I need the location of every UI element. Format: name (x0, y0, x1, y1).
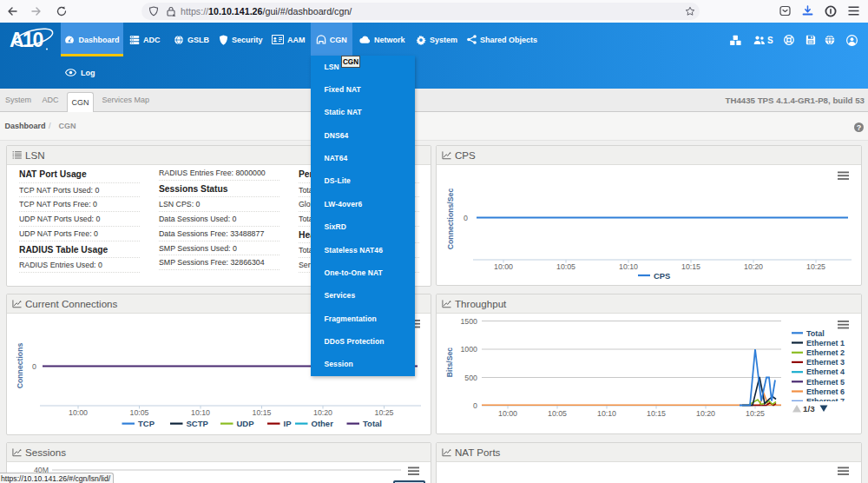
svg-text:10:00: 10:00 (498, 409, 517, 418)
svg-text:Ethernet 5: Ethernet 5 (806, 378, 845, 387)
svg-text:0: 0 (473, 401, 477, 410)
svg-text:10:25: 10:25 (806, 262, 825, 271)
svg-text:Total: Total (363, 419, 382, 428)
svg-text:10:10: 10:10 (597, 409, 616, 418)
svg-text:Connections/Sec: Connections/Sec (446, 189, 455, 250)
svg-text:0: 0 (464, 214, 468, 222)
svg-text:SCTP: SCTP (187, 419, 209, 428)
svg-text:10:05: 10:05 (548, 409, 567, 418)
svg-text:10:20: 10:20 (744, 262, 763, 271)
svg-text:10:15: 10:15 (681, 262, 700, 271)
svg-text:0: 0 (32, 362, 36, 371)
svg-text:10:15: 10:15 (647, 409, 666, 418)
svg-text:10:05: 10:05 (129, 408, 148, 417)
svg-text:500: 500 (464, 374, 477, 382)
svg-text:10:20: 10:20 (696, 409, 715, 418)
svg-text:TCP: TCP (138, 419, 155, 428)
svg-text:Ethernet 2: Ethernet 2 (806, 348, 845, 357)
svg-text:Other: Other (312, 419, 334, 428)
svg-text:Connections: Connections (16, 343, 24, 389)
svg-text:10:20: 10:20 (313, 408, 332, 417)
svg-text:10:25: 10:25 (746, 409, 765, 418)
svg-text:Total: Total (806, 329, 825, 338)
svg-text:1/3: 1/3 (803, 404, 815, 414)
svg-text:Ethernet 3: Ethernet 3 (806, 358, 845, 367)
svg-text:10:15: 10:15 (252, 408, 271, 417)
svg-text:UDP: UDP (237, 419, 255, 428)
svg-text:Ethernet 6: Ethernet 6 (806, 387, 845, 396)
svg-text:CPS: CPS (654, 271, 670, 281)
svg-text:10:00: 10:00 (494, 262, 513, 271)
svg-text:10:05: 10:05 (556, 262, 575, 271)
svg-text:1500: 1500 (460, 317, 477, 326)
svg-text:Bits/Sec: Bits/Sec (445, 347, 454, 377)
svg-text:A10: A10 (10, 29, 43, 51)
svg-text:10:25: 10:25 (374, 408, 393, 417)
svg-text:10:00: 10:00 (69, 408, 88, 417)
svg-text:Ethernet 4: Ethernet 4 (806, 367, 845, 376)
svg-text:Ethernet 1: Ethernet 1 (806, 339, 845, 347)
svg-text:1000: 1000 (460, 345, 477, 354)
svg-text:10:10: 10:10 (191, 408, 210, 417)
svg-text:IP: IP (284, 419, 293, 428)
svg-text:10:10: 10:10 (619, 262, 638, 271)
